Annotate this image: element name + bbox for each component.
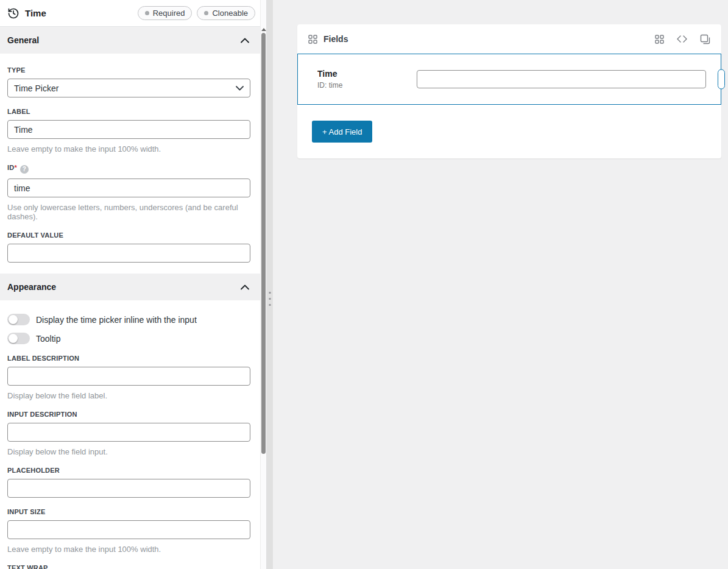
appearance-section-header[interactable]: Appearance bbox=[0, 274, 260, 300]
label-description-label: LABEL DESCRIPTION bbox=[7, 355, 250, 362]
field-title: Time bbox=[25, 8, 133, 18]
panel-scrollbar-track[interactable] bbox=[260, 0, 266, 569]
type-select[interactable]: Time Picker bbox=[7, 79, 250, 97]
grid-icon bbox=[308, 35, 317, 44]
input-description-input[interactable] bbox=[7, 423, 250, 442]
input-description-label: INPUT DESCRIPTION bbox=[7, 411, 250, 418]
general-section-title: General bbox=[7, 35, 39, 45]
input-size-help-text: Leave empty to make the input 100% width… bbox=[7, 545, 250, 554]
fields-card-actions bbox=[655, 34, 710, 44]
id-input[interactable] bbox=[7, 178, 250, 197]
default-value-label: DEFAULT VALUE bbox=[7, 231, 250, 239]
text-wrap-label: TEXT WRAP bbox=[7, 564, 250, 569]
general-section-header[interactable]: General bbox=[0, 27, 260, 54]
type-label: TYPE bbox=[7, 66, 250, 74]
field-preview-label: Time bbox=[317, 69, 417, 79]
field-width-resize-handle[interactable] bbox=[718, 69, 725, 90]
history-clock-icon bbox=[7, 7, 19, 19]
chevron-up-icon bbox=[241, 284, 249, 290]
fields-card-title: Fields bbox=[323, 34, 655, 44]
field-meta: Time ID: time bbox=[317, 69, 417, 90]
duplicate-button[interactable] bbox=[700, 34, 710, 44]
label-description-input[interactable] bbox=[7, 367, 250, 386]
tooltip-toggle-label: Tooltip bbox=[36, 334, 60, 344]
chevron-down-icon bbox=[236, 86, 244, 91]
field-preview-id: ID: time bbox=[317, 81, 417, 90]
id-help-text: Use only lowercase letters, numbers, und… bbox=[7, 203, 250, 221]
appearance-section-body: Display the time picker inline with the … bbox=[0, 300, 260, 569]
add-field-button[interactable]: + Add Field bbox=[312, 121, 372, 143]
layout-grid-button[interactable] bbox=[655, 35, 664, 44]
toggle-knob bbox=[9, 334, 18, 343]
cloneable-badge-label: Cloneable bbox=[212, 9, 248, 18]
id-label: ID*? bbox=[7, 164, 250, 174]
cloneable-badge: Cloneable bbox=[197, 6, 255, 20]
label-description-help-text: Display below the field label. bbox=[7, 391, 250, 400]
inline-picker-toggle-label: Display the time picker inline with the … bbox=[36, 315, 197, 325]
general-section-body: TYPE Time Picker LABEL Leave empty to ma… bbox=[0, 54, 260, 274]
type-select-value: Time Picker bbox=[14, 83, 58, 93]
field-titlebar: Time Required Cloneable bbox=[0, 0, 260, 27]
required-asterisk: * bbox=[14, 164, 16, 171]
time-preview-input[interactable] bbox=[417, 70, 706, 88]
fields-card-header: Fields bbox=[297, 24, 721, 54]
fields-card: Fields bbox=[297, 24, 721, 158]
preview-area: Fields bbox=[273, 0, 728, 569]
divider-grip-icon[interactable] bbox=[269, 292, 270, 306]
tooltip-toggle-row: Tooltip bbox=[7, 333, 250, 344]
placeholder-label: PLACEHOLDER bbox=[7, 467, 250, 474]
chevron-up-icon bbox=[241, 38, 249, 43]
label-help-text: Leave empty to make the input 100% width… bbox=[7, 144, 250, 154]
badge-dot-icon bbox=[145, 11, 149, 15]
placeholder-input[interactable] bbox=[7, 479, 250, 498]
code-view-button[interactable] bbox=[677, 35, 687, 43]
input-size-input[interactable] bbox=[7, 520, 250, 539]
input-size-label: INPUT SIZE bbox=[7, 508, 250, 515]
label-input[interactable] bbox=[7, 120, 250, 139]
panel-resize-divider[interactable] bbox=[266, 0, 273, 569]
scrollbar-up-arrow-icon[interactable] bbox=[261, 28, 266, 31]
grid-icon bbox=[655, 35, 664, 44]
appearance-section-title: Appearance bbox=[7, 282, 56, 292]
label-label: LABEL bbox=[7, 108, 250, 115]
input-description-help-text: Display below the field input. bbox=[7, 447, 250, 456]
required-badge: Required bbox=[138, 6, 193, 20]
panel-scrollbar-thumb[interactable] bbox=[261, 33, 266, 454]
app-root: Time Required Cloneable General TYPE Tim… bbox=[0, 0, 728, 569]
time-field-preview-row[interactable]: Time ID: time bbox=[297, 54, 721, 105]
required-badge-label: Required bbox=[153, 9, 185, 18]
code-icon bbox=[677, 35, 687, 43]
badge-dot-icon bbox=[204, 11, 208, 15]
toggle-knob bbox=[9, 315, 18, 324]
inline-picker-toggle[interactable] bbox=[7, 314, 30, 325]
tooltip-toggle[interactable] bbox=[7, 333, 30, 344]
help-question-icon[interactable]: ? bbox=[20, 165, 29, 174]
fields-card-footer: + Add Field bbox=[297, 105, 721, 158]
field-settings-panel: Time Required Cloneable General TYPE Tim… bbox=[0, 0, 260, 569]
inline-picker-toggle-row: Display the time picker inline with the … bbox=[7, 314, 250, 325]
copy-icon bbox=[700, 34, 710, 44]
default-value-input[interactable] bbox=[7, 244, 250, 263]
